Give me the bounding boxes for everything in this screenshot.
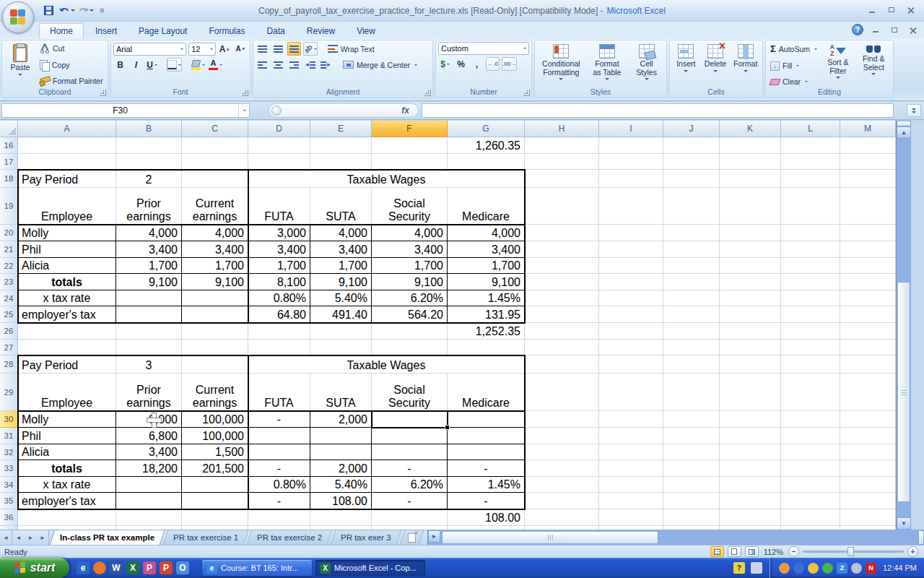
row-header-16[interactable]: 16 xyxy=(0,137,18,154)
workbook-restore-button[interactable] xyxy=(887,25,901,35)
cell-B35[interactable] xyxy=(116,493,182,509)
cell-D16[interactable] xyxy=(248,137,310,154)
cell-L23[interactable] xyxy=(781,274,840,290)
scroll-right-button[interactable]: ► xyxy=(428,530,440,543)
cell-I19[interactable] xyxy=(599,188,663,225)
column-header-C[interactable]: C xyxy=(182,121,248,137)
cell-K16[interactable] xyxy=(720,137,781,154)
cell-F21[interactable]: 3,400 xyxy=(372,241,448,258)
row-header-21[interactable]: 21 xyxy=(0,241,18,258)
column-header-D[interactable]: D xyxy=(248,121,310,137)
cell-D19[interactable]: FUTA xyxy=(248,188,310,225)
bottom-align-button[interactable] xyxy=(287,42,301,56)
cell-I18[interactable] xyxy=(599,170,663,188)
cell-I16[interactable] xyxy=(599,137,663,154)
cell-K18[interactable] xyxy=(720,170,781,188)
cell-A18[interactable]: Pay Period xyxy=(18,170,116,188)
cell-J33[interactable] xyxy=(663,460,720,477)
cell-H34[interactable] xyxy=(525,477,599,493)
cell-C30[interactable]: 100,000 xyxy=(182,411,248,428)
cell-E27[interactable] xyxy=(310,340,372,355)
cell-C25[interactable] xyxy=(182,306,248,323)
previous-sheet-button[interactable]: ◄ xyxy=(12,530,25,545)
column-header-G[interactable]: G xyxy=(448,121,525,137)
cell-L31[interactable] xyxy=(781,428,840,444)
cell-G27[interactable] xyxy=(448,340,525,355)
split-box[interactable] xyxy=(897,121,911,126)
cell-D34[interactable]: 0.80% xyxy=(248,477,310,493)
cell-K27[interactable] xyxy=(720,340,781,355)
close-button[interactable] xyxy=(903,4,918,15)
cell-E19[interactable]: SUTA xyxy=(310,188,372,225)
office-button[interactable] xyxy=(2,1,34,33)
cell-B29[interactable]: Prior earnings xyxy=(116,374,182,411)
cell-E16[interactable] xyxy=(310,137,372,154)
page-layout-view-button[interactable] xyxy=(728,546,741,557)
cell-E24[interactable]: 5.40% xyxy=(310,290,372,306)
cell-C34[interactable] xyxy=(182,477,248,493)
cell-J23[interactable] xyxy=(663,274,720,290)
cell-F36[interactable] xyxy=(372,509,448,526)
cell-A36[interactable] xyxy=(18,509,116,526)
vertical-scrollbar[interactable]: ▲ ▼ xyxy=(896,121,911,530)
cell-C22[interactable]: 1,700 xyxy=(182,258,248,274)
row-header-18[interactable]: 18 xyxy=(0,170,18,188)
cell-M28[interactable] xyxy=(840,355,896,374)
cell-H20[interactable] xyxy=(525,225,599,241)
cell-M31[interactable] xyxy=(840,428,896,444)
cell-M25[interactable] xyxy=(840,306,896,323)
cell-H29[interactable] xyxy=(525,374,599,411)
cell-E35[interactable]: 108.00 xyxy=(310,493,372,509)
task-button-browser[interactable]: eCourse: BT 165: Intr... xyxy=(202,560,312,576)
cell-B36[interactable] xyxy=(116,509,182,526)
cell-E33[interactable]: 2,000 xyxy=(310,460,372,477)
column-header-M[interactable]: M xyxy=(840,121,896,137)
cell-D30[interactable]: - xyxy=(248,411,310,428)
format-cells-button[interactable]: Format xyxy=(731,42,760,87)
orientation-button[interactable]: ab xyxy=(303,42,318,56)
accounting-format-button[interactable]: $ xyxy=(438,57,452,71)
cell-L27[interactable] xyxy=(781,340,840,355)
row-header-34[interactable]: 34 xyxy=(0,477,18,493)
cell-E36[interactable] xyxy=(310,509,372,526)
cell-B22[interactable]: 1,700 xyxy=(116,258,182,274)
word-icon[interactable]: W xyxy=(110,561,123,574)
help-button[interactable]: ? xyxy=(852,24,863,35)
cell-A16[interactable] xyxy=(18,137,116,154)
number-format-combo[interactable]: Custom xyxy=(438,42,529,55)
cell-L35[interactable] xyxy=(781,493,840,509)
cell-C16[interactable] xyxy=(182,137,248,154)
cell-M34[interactable] xyxy=(840,477,896,493)
cell-B32[interactable]: 3,400 xyxy=(116,444,182,460)
cell-F20[interactable]: 4,000 xyxy=(372,225,448,241)
column-header-E[interactable]: E xyxy=(310,121,372,137)
column-header-I[interactable]: I xyxy=(599,121,663,137)
increase-indent-button[interactable]: ► xyxy=(319,58,333,72)
cell-L34[interactable] xyxy=(781,477,840,493)
horizontal-scrollbar[interactable]: ◄ ► xyxy=(427,530,924,545)
cell-M33[interactable] xyxy=(840,460,896,477)
norton-icon[interactable]: N xyxy=(866,563,876,574)
cell-G20[interactable]: 4,000 xyxy=(448,225,525,241)
find-select-button[interactable]: Find & Select xyxy=(857,42,891,87)
cell-C23[interactable]: 9,100 xyxy=(182,274,248,290)
cell-C17[interactable] xyxy=(182,154,248,170)
cell-B16[interactable] xyxy=(116,137,182,154)
cell-H35[interactable] xyxy=(525,493,599,509)
cell-I27[interactable] xyxy=(599,340,663,355)
cell-A35[interactable]: employer's tax xyxy=(18,493,116,509)
cell-H26[interactable] xyxy=(525,323,599,340)
cell-K30[interactable] xyxy=(720,411,781,428)
cell-K33[interactable] xyxy=(720,460,781,477)
sheet-tab-in-class-pr-tax-example[interactable]: In-class PR tax example xyxy=(50,530,165,545)
cell-K26[interactable] xyxy=(720,323,781,340)
cell-D32[interactable] xyxy=(248,444,310,460)
cell-H28[interactable] xyxy=(525,355,599,374)
cell-D31[interactable] xyxy=(248,428,310,444)
workbook-close-button[interactable] xyxy=(906,25,920,35)
align-left-button[interactable] xyxy=(256,58,269,72)
cell-L16[interactable] xyxy=(781,137,840,154)
tab-insert[interactable]: Insert xyxy=(85,24,127,38)
clear-button[interactable]: Clear xyxy=(768,77,819,87)
cell-K35[interactable] xyxy=(720,493,781,509)
